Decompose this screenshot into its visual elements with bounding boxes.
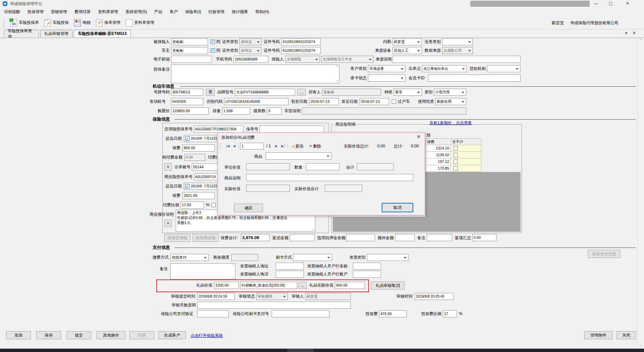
modal-ok-button[interactable]: 确定 xyxy=(234,204,263,212)
compulsory-remove-button[interactable]: × xyxy=(164,163,172,171)
quote-count-link[interactable]: 共有1条报价，点击查看 xyxy=(429,120,472,126)
grid-cell-premium-2[interactable]: 197.12 xyxy=(425,158,451,165)
pay-note-scroll-down-icon[interactable]: ⌄ xyxy=(232,275,234,278)
modal-cancel-button[interactable]: 取消 xyxy=(382,203,413,212)
nav-prev-icon[interactable]: ◀ xyxy=(233,143,235,149)
add-compulsory-button[interactable]: 添加交强险 xyxy=(164,234,191,242)
vehicle-owner-field[interactable]: 安彬彬 xyxy=(322,89,381,96)
compulsory-fee-field[interactable]: 855.00 xyxy=(182,144,215,151)
refund-field[interactable] xyxy=(290,234,315,241)
loan-org-select[interactable] xyxy=(487,65,521,72)
displacement-field[interactable]: 1.598 xyxy=(222,107,250,115)
menu-item-report[interactable]: 统计报表 xyxy=(231,8,249,16)
commercial-rate-field[interactable]: 17.00 xyxy=(180,202,204,209)
menu-item-library[interactable]: 资料库管理 xyxy=(97,8,119,16)
plate-query-button[interactable]: 查 xyxy=(206,89,215,96)
extra-amount-field[interactable] xyxy=(395,234,415,241)
model-field[interactable]: 大众FV7166BABBB xyxy=(235,89,295,96)
model-desc-field[interactable] xyxy=(302,107,466,115)
clerk-select[interactable]: 郝彦旻 xyxy=(392,38,422,45)
grid-cell-include-0[interactable] xyxy=(450,145,481,152)
textarea-scroll-up-icon[interactable]: ⌃ xyxy=(336,66,338,69)
source-device-select[interactable]: 其他人工 xyxy=(392,47,422,54)
source-note-field[interactable] xyxy=(392,56,521,63)
invoice-tel-field[interactable] xyxy=(276,271,304,278)
vehicle-kind-select[interactable]: 客车 xyxy=(394,89,422,96)
pay-method-select[interactable]: 在线支付 xyxy=(170,254,209,261)
gift-desc-field[interactable]: 6×锁畅券_凯迪拉克[200.00] xyxy=(240,282,297,289)
toolbar-car-policy-list-button[interactable]: 车险投保单 xyxy=(10,19,39,27)
cashback-field[interactable]: 0.00 xyxy=(472,234,496,241)
insured-field[interactable]: 安彬彬 xyxy=(171,38,208,45)
grid-include-checkbox[interactable] xyxy=(453,166,458,171)
menu-item-expense[interactable]: 费用结算 xyxy=(74,8,91,16)
commercial-remove-button[interactable]: × xyxy=(164,220,172,227)
modal-unit-value-field[interactable] xyxy=(246,163,290,170)
invoice-type-select[interactable] xyxy=(367,254,409,261)
other-actions-button[interactable]: 其他操作 xyxy=(97,331,125,339)
taskbar-active-app[interactable] xyxy=(287,349,314,352)
issue-date-field[interactable]: 2018-07-13 xyxy=(360,98,389,105)
grid-include-checkbox[interactable] xyxy=(453,160,458,164)
menu-item-product[interactable]: 产品 xyxy=(154,8,163,16)
modal-sum-field[interactable] xyxy=(357,163,394,170)
deposit-field[interactable] xyxy=(346,234,375,241)
nav-add-button[interactable]: 新添 xyxy=(292,143,304,149)
placement-fee-field[interactable]: 479.59 xyxy=(379,310,407,317)
menu-item-help[interactable]: 帮助(H) xyxy=(255,8,270,16)
data-source-select[interactable]: 从保险公司 xyxy=(442,47,473,54)
textarea-scroll-down-icon[interactable]: ⌄ xyxy=(336,79,338,82)
placement-fee-rate-field[interactable]: 17 xyxy=(443,310,457,317)
customer-class-select[interactable]: 市场业务 xyxy=(368,65,406,72)
audit-submit-time-field[interactable]: 2019/8/8 20:24:19 xyxy=(197,293,235,300)
totals-note-field[interactable] xyxy=(427,234,452,241)
maximize-button[interactable]: ▢ xyxy=(606,1,616,6)
biz-class-select[interactable] xyxy=(442,38,473,45)
grid-include-checkbox[interactable] xyxy=(453,153,458,157)
gift-value-field[interactable]: 1200.00 xyxy=(214,282,239,289)
tax-settle-field[interactable]: 0.00 xyxy=(184,154,205,161)
modal-real-value-field[interactable] xyxy=(246,185,290,192)
nav-page-field[interactable]: 1 xyxy=(240,143,264,149)
outlet-select[interactable]: 吴江基地出单点 xyxy=(422,65,467,72)
minimize-button[interactable]: — xyxy=(591,1,601,6)
usage-select[interactable]: 家庭自用 xyxy=(435,98,466,105)
include-checkbox[interactable] xyxy=(211,203,216,207)
owner-cert-type-select[interactable]: 身份证 xyxy=(239,47,262,54)
insurer-branch-select[interactable]: 太保财险吴江中支 xyxy=(321,56,374,63)
first-reg-field[interactable]: 2018-07-13 xyxy=(309,98,339,105)
menu-item-insure-manage[interactable]: 投保管理 xyxy=(27,8,44,16)
email-field[interactable] xyxy=(171,56,212,63)
model-more-button[interactable]: … xyxy=(297,89,306,96)
menu-item-customer[interactable]: 客户 xyxy=(169,8,178,16)
insured-same-checkbox[interactable] xyxy=(211,40,215,44)
policy-no-field[interactable] xyxy=(260,126,324,133)
engine-field[interactable]: KH2928 xyxy=(171,98,203,105)
owner-cert-no-field[interactable]: 411081198911203274 xyxy=(281,47,321,54)
invoice-acct-field[interactable] xyxy=(353,271,381,278)
member-card-field[interactable] xyxy=(428,75,521,82)
generate-customer-button[interactable]: 生成客户 xyxy=(158,331,186,339)
submit-button[interactable]: 提交 xyxy=(66,331,91,339)
settle-button[interactable]: 结算 xyxy=(129,331,154,339)
commercial-fee-field[interactable]: 2821.09 xyxy=(182,192,215,199)
open-insurance-system-link[interactable]: 点击打开保险系统 xyxy=(191,333,223,339)
compulsory-date-checkbox[interactable] xyxy=(185,136,190,141)
toolbar-car-insure-button[interactable]: 车险投保 xyxy=(44,19,69,27)
tab-policy-query[interactable]: 车险投保单查询 xyxy=(4,30,39,37)
plate-field[interactable]: 苏ETM513 xyxy=(171,89,203,96)
gift-audit-cancel-button[interactable]: 礼品审核取消 xyxy=(371,281,405,290)
nav-delete-button[interactable]: 删除 xyxy=(309,143,321,149)
invoice-addr-field[interactable] xyxy=(276,263,304,270)
close-tab-button[interactable]: 关闭 xyxy=(616,331,636,339)
insured-cert-type-select[interactable]: 身份证 xyxy=(239,38,262,45)
add-payment-button[interactable]: 添加支付信息 xyxy=(588,250,620,258)
menu-item-marketing[interactable]: 营销管理 xyxy=(50,8,68,16)
modal-desc-field[interactable] xyxy=(246,174,413,181)
auditor-field[interactable]: 郝彦旻 xyxy=(305,293,351,300)
pay-note-scroll-up-icon[interactable]: ⌃ xyxy=(232,265,234,267)
audit-fail-reason-field[interactable] xyxy=(197,302,351,309)
invoice-bank-field[interactable] xyxy=(353,263,381,270)
grid-cell-include-3[interactable] xyxy=(450,165,481,172)
toolbar-document-manage-button[interactable]: 资料单管理 xyxy=(126,19,154,27)
